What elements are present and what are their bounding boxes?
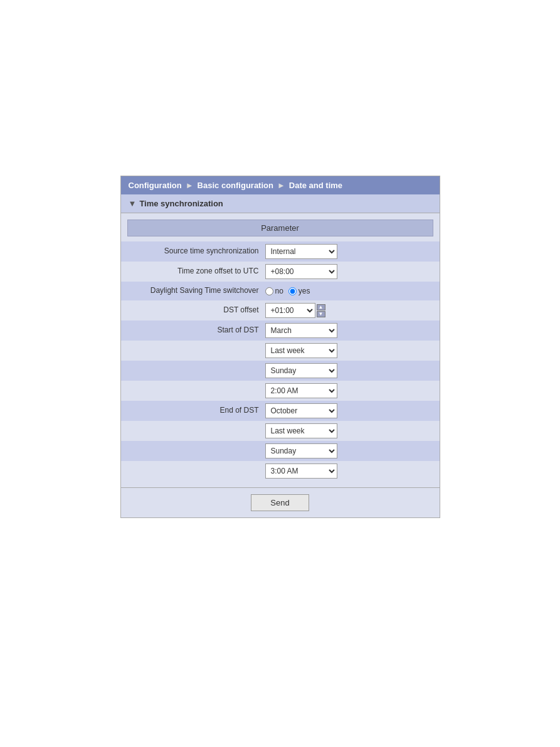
select-start-dst-week[interactable]: First weekSecond weekThird week Fourth w… [265, 343, 337, 358]
control-source-time-sync: Internal NTP GPS [265, 244, 433, 259]
label-dst-offset: DST offset [127, 305, 265, 315]
row-start-dst-time: 12:00 AM1:00 AM2:00 AM 3:00 AM4:00 AM [121, 381, 440, 401]
radio-yes[interactable] [288, 287, 297, 295]
control-end-dst-day: SundayMondayTuesday WednesdayThursdayFri… [265, 443, 433, 458]
collapse-icon: ▼ [129, 199, 137, 208]
radio-no-label: no [275, 287, 283, 295]
breadcrumb-part3: Date and time [289, 181, 342, 190]
control-start-dst-week: First weekSecond weekThird week Fourth w… [265, 343, 433, 358]
row-end-dst-week: First weekSecond weekThird week Fourth w… [121, 421, 440, 441]
row-time-zone-offset: Time zone offset to UTC -12:00-11:00-10:… [121, 262, 440, 282]
select-time-zone-offset[interactable]: -12:00-11:00-10:00 -09:00-08:00-07:00 -0… [265, 264, 337, 279]
control-end-dst-month: JanuaryFebruaryMarch AprilMayJune JulyAu… [265, 403, 433, 418]
send-button[interactable]: Send [251, 494, 309, 511]
radio-label-yes[interactable]: yes [288, 287, 310, 295]
dst-offset-spinner: +00:30 +01:00 +01:30 +02:00 ▲ ▼ [265, 303, 325, 318]
control-end-dst-week: First weekSecond weekThird week Fourth w… [265, 423, 433, 438]
section-header[interactable]: ▼Time synchronization [121, 194, 440, 213]
row-source-time-sync: Source time synchronization Internal NTP… [121, 241, 440, 262]
control-dst-switchover: no yes [265, 287, 433, 295]
select-start-dst-time[interactable]: 12:00 AM1:00 AM2:00 AM 3:00 AM4:00 AM [265, 383, 337, 398]
row-start-dst-month: Start of DST JanuaryFebruaryMarch AprilM… [121, 321, 440, 341]
row-end-dst-time: 12:00 AM1:00 AM2:00 AM 3:00 AM4:00 AM [121, 461, 440, 481]
row-start-dst-day: SundayMondayTuesday WednesdayThursdayFri… [121, 361, 440, 381]
send-bar: Send [121, 487, 440, 517]
form-area: Parameter Source time synchronization In… [121, 213, 440, 487]
breadcrumb-part2: Basic configuration [198, 181, 273, 190]
breadcrumb: Configuration ► Basic configuration ► Da… [121, 176, 440, 194]
select-end-dst-month[interactable]: JanuaryFebruaryMarch AprilMayJune JulyAu… [265, 403, 337, 418]
spinner-up-button[interactable]: ▲ [317, 304, 325, 310]
label-source-time-sync: Source time synchronization [127, 246, 265, 257]
spinner-buttons: ▲ ▼ [317, 304, 325, 317]
label-end-dst: End of DST [127, 406, 265, 416]
radio-no[interactable] [265, 287, 273, 295]
breadcrumb-part1: Configuration [129, 181, 182, 190]
radio-label-no[interactable]: no [265, 287, 283, 295]
section-title: Time synchronization [139, 199, 223, 208]
select-source-time-sync[interactable]: Internal NTP GPS [265, 244, 337, 259]
spinner-down-button[interactable]: ▼ [317, 311, 325, 317]
radio-yes-label: yes [298, 287, 310, 295]
row-start-dst-week: First weekSecond weekThird week Fourth w… [121, 341, 440, 361]
control-start-dst-month: JanuaryFebruaryMarch AprilMayJune JulyAu… [265, 323, 433, 338]
label-dst-switchover: Daylight Saving Time switchover [127, 286, 265, 296]
control-start-dst-time: 12:00 AM1:00 AM2:00 AM 3:00 AM4:00 AM [265, 383, 433, 398]
select-end-dst-week[interactable]: First weekSecond weekThird week Fourth w… [265, 423, 337, 438]
row-end-dst-day: SundayMondayTuesday WednesdayThursdayFri… [121, 441, 440, 461]
select-end-dst-time[interactable]: 12:00 AM1:00 AM2:00 AM 3:00 AM4:00 AM [265, 464, 337, 479]
control-time-zone-offset: -12:00-11:00-10:00 -09:00-08:00-07:00 -0… [265, 264, 433, 279]
param-header: Parameter [127, 220, 433, 236]
select-start-dst-month[interactable]: JanuaryFebruaryMarch AprilMayJune JulyAu… [265, 323, 337, 338]
breadcrumb-sep1: ► [186, 181, 194, 190]
row-dst-switchover: Daylight Saving Time switchover no yes [121, 282, 440, 300]
select-start-dst-day[interactable]: SundayMondayTuesday WednesdayThursdayFri… [265, 363, 337, 378]
label-start-dst: Start of DST [127, 326, 265, 336]
control-end-dst-time: 12:00 AM1:00 AM2:00 AM 3:00 AM4:00 AM [265, 464, 433, 479]
control-start-dst-day: SundayMondayTuesday WednesdayThursdayFri… [265, 363, 433, 378]
select-dst-offset[interactable]: +00:30 +01:00 +01:30 +02:00 [265, 303, 315, 318]
label-time-zone-offset: Time zone offset to UTC [127, 267, 265, 277]
select-end-dst-day[interactable]: SundayMondayTuesday WednesdayThursdayFri… [265, 443, 337, 458]
row-dst-offset: DST offset +00:30 +01:00 +01:30 +02:00 ▲… [121, 300, 440, 321]
row-end-dst-month: End of DST JanuaryFebruaryMarch AprilMay… [121, 401, 440, 421]
control-dst-offset: +00:30 +01:00 +01:30 +02:00 ▲ ▼ [265, 303, 433, 318]
breadcrumb-sep2: ► [277, 181, 285, 190]
radio-group-dst: no yes [265, 287, 310, 295]
main-panel: Configuration ► Basic configuration ► Da… [120, 176, 440, 518]
